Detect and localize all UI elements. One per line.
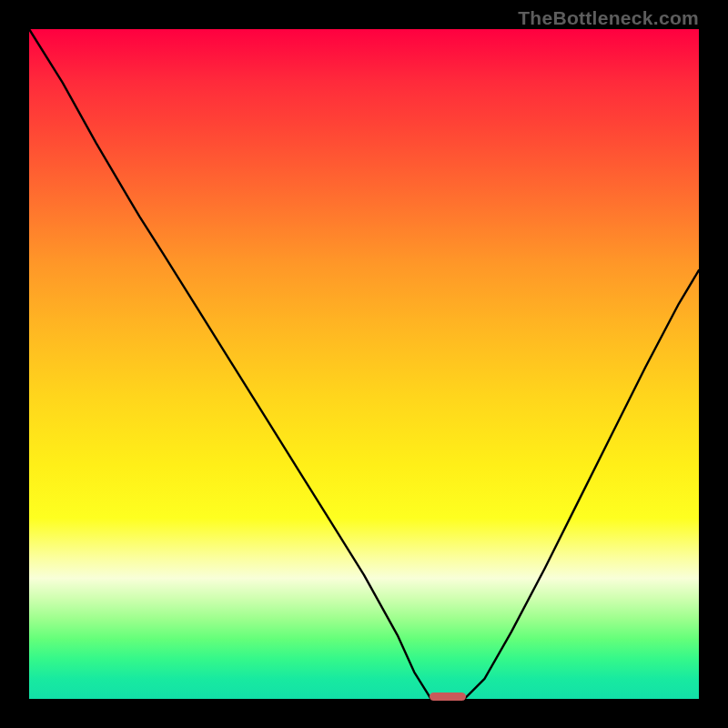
watermark-text: TheBottleneck.com: [518, 7, 699, 29]
optimal-marker: [430, 693, 466, 701]
bottleneck-curve: [0, 0, 728, 728]
